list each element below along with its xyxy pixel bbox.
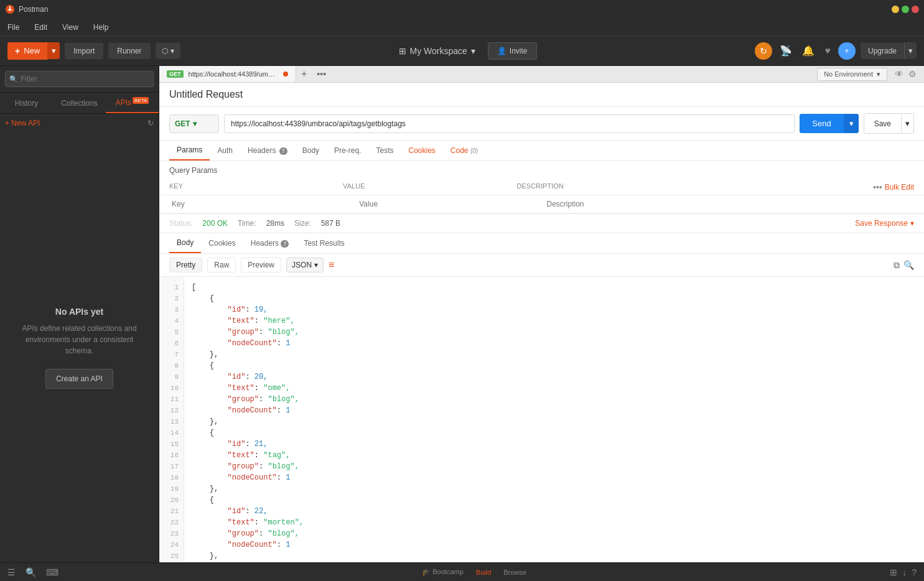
resp-tab-body[interactable]: Body bbox=[169, 233, 201, 253]
environment-select[interactable]: No Environment ▾ bbox=[817, 68, 887, 81]
format-select[interactable]: JSON ▾ bbox=[286, 258, 324, 272]
close-button[interactable]: ✕ bbox=[912, 6, 919, 13]
tab-history[interactable]: History bbox=[0, 93, 53, 113]
sync-icon[interactable]: ↻ bbox=[755, 42, 772, 60]
bulk-edit-button[interactable]: Bulk Edit bbox=[885, 183, 914, 192]
bottom-right: ⊞ ↓ ? bbox=[890, 567, 917, 577]
refresh-button[interactable]: ↻ bbox=[147, 119, 154, 128]
time-value: 28ms bbox=[266, 219, 284, 228]
format-dropdown-icon: ▾ bbox=[314, 261, 318, 269]
raw-button[interactable]: Raw bbox=[207, 258, 236, 272]
params-more-button[interactable]: ••• bbox=[873, 182, 882, 192]
eye-icon-btn[interactable]: 👁 bbox=[892, 67, 906, 81]
resp-tab-test-results[interactable]: Test Results bbox=[296, 233, 352, 253]
workspace-button[interactable]: ⊞ My Workspace ▾ bbox=[399, 46, 475, 56]
beta-badge: BETA bbox=[133, 97, 149, 104]
menu-help[interactable]: Help bbox=[91, 22, 111, 33]
app-title: Postman bbox=[19, 5, 48, 14]
save-response-button[interactable]: Save Response ▾ bbox=[855, 219, 914, 228]
req-tab-headers[interactable]: Headers 7 bbox=[240, 141, 295, 160]
resp-tab-headers[interactable]: Headers 7 bbox=[243, 233, 297, 253]
filter-icon-button[interactable]: ≡ bbox=[329, 259, 334, 271]
main-layout: 🔍 History Collections APIsBETA + New API… bbox=[0, 66, 924, 562]
code-badge: (0) bbox=[470, 147, 478, 154]
menu-bar: File Edit View Help bbox=[0, 19, 924, 36]
req-tab-code[interactable]: Code (0) bbox=[443, 141, 485, 160]
req-tab-auth[interactable]: Auth bbox=[210, 141, 240, 160]
save-button[interactable]: Save bbox=[864, 113, 902, 134]
url-input[interactable] bbox=[224, 114, 795, 133]
pretty-button[interactable]: Pretty bbox=[169, 258, 202, 272]
copy-button[interactable]: ⧉ bbox=[894, 260, 900, 271]
person-icon: 👤 bbox=[497, 47, 506, 55]
filter-input[interactable] bbox=[5, 71, 154, 87]
req-tab-prereq[interactable]: Pre-req. bbox=[327, 141, 368, 160]
value-input[interactable] bbox=[357, 198, 544, 210]
request-panel: Untitled Request GET ▾ Send ▾ Save ▾ bbox=[159, 83, 924, 562]
layout-icon-btn[interactable]: ⊞ bbox=[890, 567, 897, 577]
upgrade-button[interactable]: Upgrade bbox=[861, 43, 904, 59]
plus-icon: + bbox=[15, 46, 20, 56]
send-dropdown-button[interactable]: ▾ bbox=[844, 114, 859, 133]
grid-icon: ⊞ bbox=[399, 46, 406, 56]
browse-tab[interactable]: Browse bbox=[498, 567, 531, 577]
tab-collections[interactable]: Collections bbox=[53, 93, 106, 113]
menu-file[interactable]: File bbox=[5, 22, 22, 33]
key-input[interactable] bbox=[169, 198, 357, 210]
size-key: Size: bbox=[294, 219, 311, 228]
resp-tab-cookies[interactable]: Cookies bbox=[201, 233, 243, 253]
response-tabs: Body Cookies Headers 7 Test Results bbox=[159, 233, 924, 254]
req-tab-tests[interactable]: Tests bbox=[368, 141, 401, 160]
satellite-icon-btn[interactable]: 📡 bbox=[777, 42, 795, 59]
save-dropdown-button[interactable]: ▾ bbox=[902, 113, 914, 134]
invite-button[interactable]: 👤 Invite bbox=[488, 42, 537, 60]
menu-view[interactable]: View bbox=[60, 22, 81, 33]
tab-add-button[interactable]: + bbox=[296, 66, 312, 82]
notification-icon-btn[interactable]: 🔔 bbox=[800, 42, 817, 59]
new-api-button[interactable]: + New API bbox=[5, 119, 40, 128]
create-api-button[interactable]: Create an API bbox=[45, 369, 113, 389]
req-tab-body[interactable]: Body bbox=[295, 141, 327, 160]
new-button[interactable]: + New bbox=[7, 42, 47, 60]
keyboard-shortcut-button[interactable]: ⌨ bbox=[46, 567, 58, 577]
heart-icon-btn[interactable]: ♥ bbox=[822, 43, 833, 59]
bottom-bar: ☰ 🔍 ⌨ 🎓 Bootcamp Build Browse ⊞ ↓ ? bbox=[0, 562, 924, 581]
bottom-center: 🎓 Bootcamp Build Browse bbox=[417, 567, 531, 577]
title-bar-controls: ─ □ ✕ bbox=[892, 6, 919, 13]
bootcamp-tab[interactable]: 🎓 Bootcamp bbox=[417, 567, 469, 577]
tab-apis[interactable]: APIsBETA bbox=[106, 93, 159, 113]
settings-icon-btn[interactable]: ⚙ bbox=[906, 67, 919, 81]
help-icon-btn[interactable]: ? bbox=[912, 567, 917, 577]
minimize-button[interactable]: ─ bbox=[892, 6, 899, 13]
sidebar-content: + New API ↻ No APIs yet APIs define rela… bbox=[0, 114, 159, 562]
params-empty-row bbox=[159, 195, 924, 213]
send-button[interactable]: Send bbox=[800, 114, 843, 133]
desc-input[interactable] bbox=[544, 198, 915, 210]
environment-dropdown-icon: ▾ bbox=[877, 70, 880, 78]
col-actions-header: ••• Bulk Edit bbox=[864, 182, 914, 192]
interceptor-button[interactable]: ⬡ ▾ bbox=[156, 43, 180, 59]
title-bar: Postman ─ □ ✕ bbox=[0, 0, 924, 19]
menu-edit[interactable]: Edit bbox=[32, 22, 50, 33]
runner-button[interactable]: Runner bbox=[108, 43, 150, 59]
search-response-button[interactable]: 🔍 bbox=[903, 260, 914, 271]
main-content: GET https://localhost:44389/umbrac... + … bbox=[159, 66, 924, 562]
download-icon-btn[interactable]: ↓ bbox=[902, 567, 907, 577]
req-tab-params[interactable]: Params bbox=[169, 141, 210, 160]
method-select[interactable]: GET ▾ bbox=[169, 114, 219, 133]
params-table-header: KEY VALUE DESCRIPTION ••• Bulk Edit bbox=[159, 180, 924, 195]
upgrade-dropdown-button[interactable]: ▾ bbox=[904, 42, 917, 59]
sidebar-toggle-button[interactable]: ☰ bbox=[7, 567, 16, 577]
search-bottom-button[interactable]: 🔍 bbox=[26, 567, 36, 577]
req-tab-cookies[interactable]: Cookies bbox=[401, 141, 442, 160]
import-button[interactable]: Import bbox=[65, 43, 103, 59]
build-tab[interactable]: Build bbox=[471, 567, 496, 577]
tab-more-button[interactable]: ••• bbox=[312, 67, 331, 81]
maximize-button[interactable]: □ bbox=[902, 6, 909, 13]
upgrade-button-group: Upgrade ▾ bbox=[861, 42, 917, 59]
new-dropdown-button[interactable]: ▾ bbox=[47, 42, 60, 59]
save-button-group: Save ▾ bbox=[864, 113, 914, 134]
preview-button[interactable]: Preview bbox=[241, 258, 281, 272]
user-avatar[interactable]: + bbox=[838, 42, 856, 60]
request-tab[interactable]: GET https://localhost:44389/umbrac... bbox=[159, 66, 296, 82]
